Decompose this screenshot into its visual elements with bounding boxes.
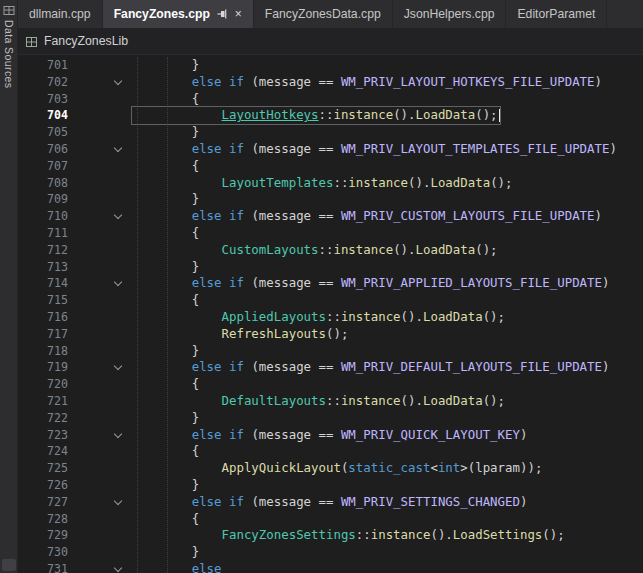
code-line[interactable]: 721 DefaultLayouts::instance().LoadData(… [18,393,643,410]
fold-gutter[interactable] [68,141,132,158]
code-line[interactable]: 718 } [18,343,643,360]
code-line[interactable]: 709 } [18,191,643,208]
fold-chevron-icon[interactable] [114,211,122,219]
code-text[interactable]: { [132,91,199,108]
close-icon[interactable]: × [235,7,242,21]
tab-dllmain-cpp[interactable]: dllmain.cpp [18,0,103,28]
code-text[interactable]: } [132,544,199,561]
code-line[interactable]: 705 } [18,124,643,141]
code-text[interactable]: { [132,292,199,309]
line-number[interactable]: 711 [18,225,68,242]
code-text[interactable]: { [132,443,199,460]
breadcrumb-bar[interactable]: FancyZonesLib [18,28,643,55]
code-text[interactable]: else [132,561,222,573]
line-number[interactable]: 728 [18,511,68,528]
line-number[interactable]: 731 [18,561,68,573]
line-number[interactable]: 702 [18,74,68,91]
fold-gutter[interactable] [68,191,132,208]
code-line[interactable]: 726 } [18,477,643,494]
fold-gutter[interactable] [68,343,132,360]
fold-gutter[interactable] [68,544,132,561]
code-text[interactable]: else if (message == WM_PRIV_QUICK_LAYOUT… [132,427,527,444]
line-number[interactable]: 718 [18,343,68,360]
tab-fancyzones-cpp[interactable]: FancyZones.cpp× [103,0,254,28]
code-line[interactable]: 702 else if (message == WM_PRIV_LAYOUT_H… [18,74,643,91]
fold-gutter[interactable] [68,410,132,427]
line-number[interactable]: 730 [18,544,68,561]
code-line[interactable]: 727 else if (message == WM_PRIV_SETTINGS… [18,494,643,511]
code-text[interactable]: else if (message == WM_PRIV_LAYOUT_TEMPL… [132,141,617,158]
collapsed-tool-indicator[interactable] [2,559,16,571]
line-number[interactable]: 727 [18,494,68,511]
code-text[interactable]: else if (message == WM_PRIV_SETTINGS_CHA… [132,494,527,511]
code-text[interactable]: LayoutHotkeys::instance().LoadData(); [132,107,500,124]
code-line[interactable]: 701 } [18,57,643,74]
line-number[interactable]: 721 [18,393,68,410]
fold-gutter[interactable] [68,91,132,108]
data-sources-tab[interactable]: Data Sources [3,0,15,88]
code-line[interactable]: 715 { [18,292,643,309]
line-number[interactable]: 713 [18,259,68,276]
fold-gutter[interactable] [68,393,132,410]
fold-gutter[interactable] [68,107,132,124]
line-number[interactable]: 717 [18,326,68,343]
code-line[interactable]: 704 LayoutHotkeys::instance().LoadData()… [18,107,643,124]
code-line[interactable]: 730 } [18,544,643,561]
fold-gutter[interactable] [68,326,132,343]
line-number[interactable]: 707 [18,158,68,175]
line-number[interactable]: 712 [18,242,68,259]
code-text[interactable]: } [132,343,199,360]
code-text[interactable]: else if (message == WM_PRIV_LAYOUT_HOTKE… [132,74,602,91]
code-line[interactable]: 716 AppliedLayouts::instance().LoadData(… [18,309,643,326]
code-line[interactable]: 719 else if (message == WM_PRIV_DEFAULT_… [18,359,643,376]
code-text[interactable]: { [132,225,199,242]
code-text[interactable]: else if (message == WM_PRIV_CUSTOM_LAYOU… [132,208,602,225]
line-number[interactable]: 701 [18,57,68,74]
code-line[interactable]: 708 LayoutTemplates::instance().LoadData… [18,175,643,192]
fold-gutter[interactable] [68,158,132,175]
fold-chevron-icon[interactable] [114,564,122,572]
fold-gutter[interactable] [68,175,132,192]
code-text[interactable]: } [132,57,199,74]
fold-gutter[interactable] [68,494,132,511]
fold-gutter[interactable] [68,460,132,477]
fold-gutter[interactable] [68,242,132,259]
pin-icon[interactable] [216,8,228,20]
code-line[interactable]: 731 else [18,561,643,573]
fold-gutter[interactable] [68,359,132,376]
tab-jsonhelpers-cpp[interactable]: JsonHelpers.cpp [393,0,507,28]
fold-gutter[interactable] [68,124,132,141]
code-text[interactable]: } [132,410,199,427]
code-line[interactable]: 717 RefreshLayouts(); [18,326,643,343]
line-number[interactable]: 704 [18,107,68,124]
code-line[interactable]: 728 { [18,511,643,528]
code-text[interactable]: { [132,158,199,175]
fold-gutter[interactable] [68,309,132,326]
code-line[interactable]: 722 } [18,410,643,427]
code-line[interactable]: 725 ApplyQuickLayout(static_cast<int>(lp… [18,460,643,477]
tab-fancyzonesdata-cpp[interactable]: FancyZonesData.cpp [254,0,393,28]
line-number[interactable]: 708 [18,175,68,192]
code-text[interactable]: } [132,124,199,141]
line-number[interactable]: 703 [18,91,68,108]
code-text[interactable]: } [132,191,199,208]
code-line[interactable]: 703 { [18,91,643,108]
code-line[interactable]: 723 else if (message == WM_PRIV_QUICK_LA… [18,427,643,444]
code-line[interactable]: 714 else if (message == WM_PRIV_APPLIED_… [18,275,643,292]
fold-chevron-icon[interactable] [114,77,122,85]
code-text[interactable]: else if (message == WM_PRIV_DEFAULT_LAYO… [132,359,609,376]
code-text[interactable]: LayoutTemplates::instance().LoadData(); [132,175,513,192]
line-number[interactable]: 725 [18,460,68,477]
fold-gutter[interactable] [68,443,132,460]
fold-chevron-icon[interactable] [114,144,122,152]
fold-gutter[interactable] [68,74,132,91]
fold-chevron-icon[interactable] [114,429,122,437]
tab-editorparamet[interactable]: EditorParamet [506,0,607,28]
fold-chevron-icon[interactable] [114,496,122,504]
line-number[interactable]: 726 [18,477,68,494]
fold-chevron-icon[interactable] [114,278,122,286]
code-line[interactable]: 720 { [18,376,643,393]
line-number[interactable]: 719 [18,359,68,376]
code-text[interactable]: CustomLayouts::instance().LoadData(); [132,242,498,259]
fold-gutter[interactable] [68,208,132,225]
